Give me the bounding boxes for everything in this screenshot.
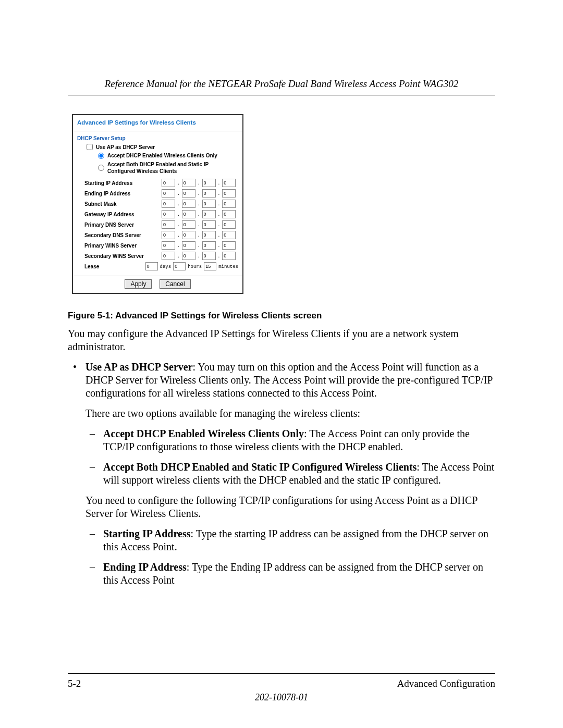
ip-dot: . [217, 253, 221, 258]
accept-both-radio[interactable] [98, 165, 104, 171]
ip-octet-input[interactable] [222, 241, 236, 250]
doc-number: 202-10078-01 [0, 692, 563, 703]
ip-octet-input[interactable] [202, 220, 216, 229]
sub-bold: Accept Both DHCP Enabled and Static IP C… [103, 461, 417, 473]
ip-octet-input[interactable] [222, 179, 236, 187]
ip-octet-input[interactable] [222, 220, 236, 229]
dhcp-section-title: DHCP Server Setup [77, 135, 238, 141]
ip-octet-input[interactable] [182, 220, 195, 229]
intro-paragraph: You may configure the Advanced IP Settin… [68, 327, 495, 353]
ip-octet-input[interactable] [202, 179, 216, 187]
ip-row: Primary DNS Server... [77, 219, 238, 230]
ip-dot: . [217, 211, 221, 217]
ip-row: Starting IP Address... [77, 178, 238, 188]
sub-bold: Accept DHCP Enabled Wireless Clients Onl… [103, 428, 304, 439]
ip-octet-input[interactable] [202, 231, 216, 239]
ip-octet-group: ... [162, 189, 236, 198]
accept-dhcp-only-radio[interactable] [98, 153, 104, 159]
ip-row-label: Primary WINS Server [77, 243, 162, 249]
ip-octet-input[interactable] [202, 200, 216, 208]
two-options-paragraph: There are two options available for mana… [85, 407, 495, 420]
ip-octet-input[interactable] [182, 241, 195, 250]
lease-days-input[interactable] [145, 262, 158, 270]
ip-octet-input[interactable] [182, 252, 195, 260]
ip-octet-group: ... [162, 241, 236, 250]
ip-octet-input[interactable] [162, 200, 175, 208]
sub-bullet-dhcp-only: Accept DHCP Enabled Wireless Clients Onl… [85, 427, 495, 453]
ip-octet-input[interactable] [162, 241, 175, 250]
ip-octet-input[interactable] [222, 231, 236, 239]
ip-dot: . [217, 180, 221, 186]
ip-octet-group: ... [162, 210, 236, 218]
use-ap-dhcp-label: Use AP as DHCP Server [96, 144, 155, 150]
settings-panel: Advanced IP Settings for Wireless Client… [72, 114, 243, 294]
ip-octet-input[interactable] [162, 231, 175, 239]
ip-octet-input[interactable] [182, 200, 195, 208]
divider [73, 131, 242, 131]
use-ap-dhcp-checkbox[interactable] [87, 144, 93, 150]
panel-title: Advanced IP Settings for Wireless Client… [73, 115, 242, 129]
bullet-bold: Use AP as DHCP Server [85, 361, 193, 373]
ip-octet-input[interactable] [182, 210, 195, 218]
footer-rule [68, 673, 495, 674]
figure-caption: Figure 5-1: Advanced IP Settings for Wir… [68, 311, 322, 321]
accept-dhcp-only-label: Accept DHCP Enabled Wireless Clients Onl… [107, 152, 217, 159]
lease-minutes-label: minutes [218, 264, 238, 269]
ip-dot: . [217, 190, 221, 196]
ip-octet-input[interactable] [202, 189, 216, 198]
sub-bullet-ending-ip: Ending IP Address: Type the Ending IP ad… [85, 561, 495, 587]
ip-octet-input[interactable] [202, 252, 216, 260]
ip-dot: . [177, 253, 180, 258]
ip-dot: . [217, 221, 221, 227]
ip-dot: . [217, 242, 221, 248]
ip-octet-input[interactable] [222, 189, 236, 198]
page-header: Reference Manual for the NETGEAR ProSafe… [68, 78, 495, 95]
ip-octet-input[interactable] [222, 210, 236, 218]
ip-dot: . [177, 180, 180, 186]
lease-hours-label: hours [188, 264, 202, 269]
ip-octet-input[interactable] [162, 220, 175, 229]
ip-octet-input[interactable] [162, 189, 175, 198]
ip-octet-input[interactable] [162, 179, 175, 187]
ip-dot: . [197, 180, 201, 186]
ip-octet-input[interactable] [162, 210, 175, 218]
ip-octet-group: ... [162, 252, 236, 260]
ip-dot: . [197, 211, 201, 217]
ip-row: Secondary DNS Server... [77, 230, 238, 240]
ip-octet-input[interactable] [202, 241, 216, 250]
lease-minutes-input[interactable] [204, 262, 216, 270]
ip-row-label: Secondary DNS Server [77, 232, 162, 238]
sub-bold: Ending IP Address [103, 561, 187, 573]
ip-row: Ending IP Address... [77, 188, 238, 199]
sub-bold: Starting IP Address [103, 528, 190, 539]
ip-row-label: Secondary WINS Server [77, 253, 162, 259]
lease-label: Lease [77, 264, 145, 269]
ip-octet-group: ... [162, 200, 236, 208]
ip-octet-input[interactable] [182, 179, 195, 187]
configure-paragraph: You need to configure the following TCP/… [85, 494, 495, 520]
ip-row: Subnet Mask... [77, 199, 238, 209]
ip-octet-input[interactable] [182, 231, 195, 239]
ip-octet-group: ... [162, 179, 236, 187]
ip-dot: . [177, 242, 180, 248]
sub-bullet-both: Accept Both DHCP Enabled and Static IP C… [85, 461, 495, 487]
ip-dot: . [177, 221, 180, 227]
ip-dot: . [217, 201, 221, 206]
ip-dot: . [197, 242, 201, 248]
ip-octet-input[interactable] [182, 189, 195, 198]
cancel-button[interactable]: Cancel [160, 279, 190, 289]
page-number: 5-2 [68, 678, 81, 689]
lease-hours-input[interactable] [173, 262, 186, 270]
ip-row-label: Starting IP Address [77, 180, 162, 186]
ip-octet-input[interactable] [222, 200, 236, 208]
ip-row: Secondary WINS Server... [77, 251, 238, 261]
ip-dot: . [197, 190, 201, 196]
ip-dot: . [217, 232, 221, 238]
ip-octet-input[interactable] [202, 210, 216, 218]
ip-dot: . [197, 221, 201, 227]
ip-octet-input[interactable] [222, 252, 236, 260]
ip-dot: . [197, 253, 201, 258]
ip-row-label: Primary DNS Server [77, 222, 162, 228]
apply-button[interactable]: Apply [125, 279, 152, 289]
ip-octet-input[interactable] [162, 252, 175, 260]
